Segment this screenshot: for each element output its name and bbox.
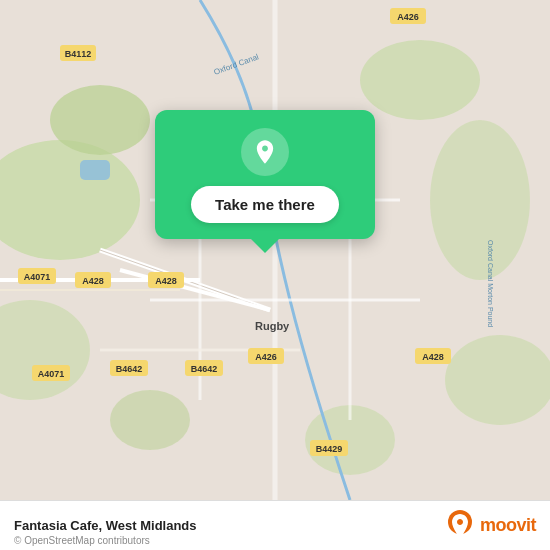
svg-text:Rugby: Rugby: [255, 320, 290, 332]
place-info: Fantasia Cafe, West Midlands © OpenStree…: [14, 518, 197, 533]
svg-text:B4642: B4642: [191, 364, 218, 374]
svg-text:A428: A428: [82, 276, 104, 286]
svg-text:A426: A426: [255, 352, 277, 362]
svg-text:A4071: A4071: [38, 369, 65, 379]
location-pin-icon: [251, 138, 279, 166]
svg-text:A4071: A4071: [24, 272, 51, 282]
location-icon-wrapper: [241, 128, 289, 176]
svg-text:A428: A428: [155, 276, 177, 286]
svg-text:A428: A428: [422, 352, 444, 362]
svg-point-2: [360, 40, 480, 120]
navigation-popup: Take me there: [155, 110, 375, 239]
moovit-icon: [444, 510, 476, 542]
svg-text:A426: A426: [397, 12, 419, 22]
svg-point-6: [445, 335, 550, 425]
svg-text:B4112: B4112: [65, 49, 92, 59]
svg-rect-9: [80, 160, 110, 180]
bottom-bar: Fantasia Cafe, West Midlands © OpenStree…: [0, 500, 550, 550]
take-me-there-button[interactable]: Take me there: [191, 186, 339, 223]
moovit-text: moovit: [480, 515, 536, 536]
moovit-logo: moovit: [444, 510, 536, 542]
svg-point-3: [430, 120, 530, 280]
svg-text:B4429: B4429: [316, 444, 343, 454]
place-name: Fantasia Cafe, West Midlands: [14, 518, 197, 533]
svg-point-4: [50, 85, 150, 155]
svg-text:B4642: B4642: [116, 364, 143, 374]
map-container: A426 B4112 A4071 A4071 A428 A428 B4642 B…: [0, 0, 550, 500]
copyright-text: © OpenStreetMap contributors: [14, 535, 150, 546]
svg-point-7: [110, 390, 190, 450]
svg-text:Oxford Canal Morton Pound: Oxford Canal Morton Pound: [487, 240, 494, 327]
